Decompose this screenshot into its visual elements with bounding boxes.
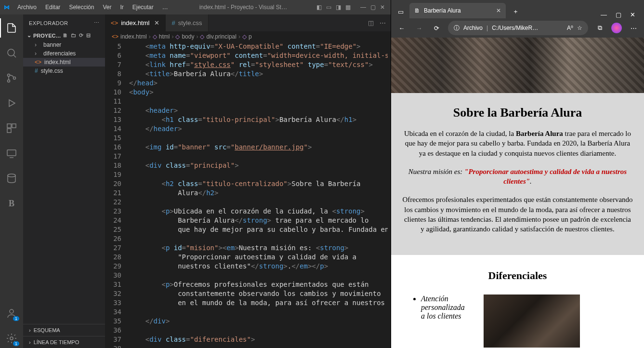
forward-button[interactable]: → [413,22,425,34]
breadcrumb-separator: › [238,33,240,40]
symbol-icon: ◇ [175,33,180,40]
reader-icon[interactable]: A⁰ [567,25,573,31]
svg-point-1 [8,74,10,77]
layout-controls: ◧ ▭ ◨ ▦ [315,3,352,12]
run-debug-icon[interactable] [0,94,23,113]
svg-rect-6 [7,129,11,133]
browser-tab[interactable]: 🗎 Barbería Alura ✕ [409,3,506,18]
collections-icon[interactable]: ⧉ [594,22,605,34]
project-header[interactable]: ⌄ PROYEC… 🗎 🗀 ⟳ ⊟ [23,31,105,40]
breadcrumb-item[interactable]: p [249,33,252,40]
explorer-title: EXPLORADOR [29,20,68,26]
close-tab-icon[interactable]: ✕ [496,7,501,14]
favorite-icon[interactable]: ☆ [577,25,582,31]
profile-icon[interactable] [611,23,622,33]
extensions-icon[interactable] [0,119,23,138]
panel-left-icon[interactable]: ◧ [315,3,323,12]
code-editor[interactable]: 5678910111213141516171819202122232425262… [105,42,391,348]
title-bar: ⋈ ArchivoEditarSelecciónVerIrEjecutar… i… [0,0,391,14]
edge-browser: ▭ 🗎 Barbería Alura ✕ ＋ — ▢ ✕ ← → ⟳ ⓘ Arc… [391,0,644,348]
code-lines[interactable]: <meta http-equiv="X-UA-Compatible" conte… [129,42,388,348]
outline-section[interactable]: ›ESQUEMA [23,324,105,336]
source-control-icon[interactable] [0,68,23,88]
panel-right-icon[interactable]: ◨ [334,3,342,12]
list-item: Atención personalizada a los clientes [421,294,469,321]
editor-tab[interactable]: #style.css [166,14,208,31]
menu-icon[interactable]: ⋯ [628,22,639,34]
breadcrumbs[interactable]: <> index.html›◇ html›◇ body›◇ div.princi… [105,31,391,42]
file-label: index.html [44,59,71,66]
address-bar[interactable]: ⓘ Archivo | C:/Users/MikeR… A⁰ ☆ [448,21,588,35]
menu-item[interactable]: Selección [65,2,98,13]
rendered-page[interactable]: Sobre la Barbería Alura Ubicada en el co… [391,38,644,348]
panel-bottom-icon[interactable]: ▭ [324,3,333,12]
browser-toolbar: ← → ⟳ ⓘ Archivo | C:/Users/MikeR… A⁰ ☆ ⧉… [391,18,644,38]
file-tree: ›banner›diferenciales<>index.html#style.… [23,40,105,76]
breadcrumb-item[interactable]: index.html [120,33,147,40]
dif-title: Diferenciales [402,269,633,282]
window-title: index.html - Proyecto - Visual St… [172,4,315,11]
maximize-icon[interactable]: ▢ [368,3,377,12]
tab-actions-icon[interactable]: ▭ [395,8,407,18]
addr-path: C:/Users/MikeR… [492,25,538,31]
editor-tab[interactable]: <>index.html✕ [105,14,166,31]
browser-tabs: ▭ 🗎 Barbería Alura ✕ ＋ — ▢ ✕ [391,0,644,18]
chevron-down-icon: ⌄ [27,32,31,39]
timeline-section[interactable]: ›LÍNEA DE TIEMPO [23,336,105,348]
menu-item[interactable]: Archivo [13,2,40,13]
breadcrumb-separator: › [171,33,173,40]
intro-paragraph: Ubicada en el corazón de la ciudad, la B… [402,129,633,158]
menu-item[interactable]: Ir [116,2,127,13]
vscode-logo-icon: ⋈ [4,4,10,11]
refresh-button[interactable]: ⟳ [431,22,442,34]
explorer-icon[interactable] [0,18,23,38]
file-item[interactable]: ›banner [23,40,105,49]
refresh-icon[interactable]: ⟳ [79,32,83,39]
editor-area: <>index.html✕#style.css ◫ ⋯ <> index.htm… [105,14,391,348]
svg-point-0 [8,49,14,56]
search-icon[interactable] [0,43,23,63]
accounts-icon[interactable]: 1 [0,304,23,323]
layout-icon[interactable]: ▦ [343,3,352,12]
principal-section: Sobre la Barbería Alura Ubicada en el co… [391,93,644,255]
menu-item[interactable]: Ejecutar [129,2,158,13]
close-tab-icon[interactable]: ✕ [154,19,159,27]
breadcrumb-item[interactable]: html [159,33,170,40]
close-icon[interactable]: ✕ [630,11,635,18]
menu-item[interactable]: … [158,2,172,13]
new-tab-button[interactable]: ＋ [509,5,522,18]
new-file-icon[interactable]: 🗎 [63,32,68,39]
activity-bar: B 1 1 [0,14,23,348]
remote-icon[interactable] [0,144,23,163]
section-title: Sobre la Barbería Alura [402,106,633,120]
back-button[interactable]: ← [396,22,407,34]
site-info-icon[interactable]: ⓘ [454,24,460,32]
more-icon[interactable]: ⋯ [94,20,100,26]
more-icon[interactable]: ⋯ [380,19,386,27]
svg-point-3 [13,77,16,80]
bold-icon[interactable]: B [0,194,23,213]
close-icon[interactable]: ✕ [378,3,387,12]
chevron-right-icon: › [29,339,31,345]
menu-item[interactable]: Ver [99,2,115,13]
banner-image [391,38,644,93]
menu-item[interactable]: Editar [41,2,64,13]
minimize-icon[interactable]: — [601,11,607,18]
file-item[interactable]: ›diferenciales [23,49,105,58]
minimize-icon[interactable]: — [359,3,368,12]
svg-point-2 [8,80,10,82]
breadcrumb-item[interactable]: div.principal [206,33,236,40]
tab-label: index.html [121,19,149,27]
new-folder-icon[interactable]: 🗀 [71,32,76,39]
html-file-icon: <> [112,33,118,40]
breadcrumb-item[interactable]: body [182,33,194,40]
file-item[interactable]: #style.css [23,67,105,75]
maximize-icon[interactable]: ▢ [616,11,621,18]
chevron-right-icon: › [29,327,31,333]
settings-icon[interactable]: 1 [0,329,23,348]
database-icon[interactable] [0,169,23,188]
diferenciales-section: Diferenciales Atención personalizada a l… [391,255,644,348]
split-editor-icon[interactable]: ◫ [368,19,374,27]
collapse-icon[interactable]: ⊟ [86,32,91,39]
file-item[interactable]: <>index.html [23,58,105,67]
